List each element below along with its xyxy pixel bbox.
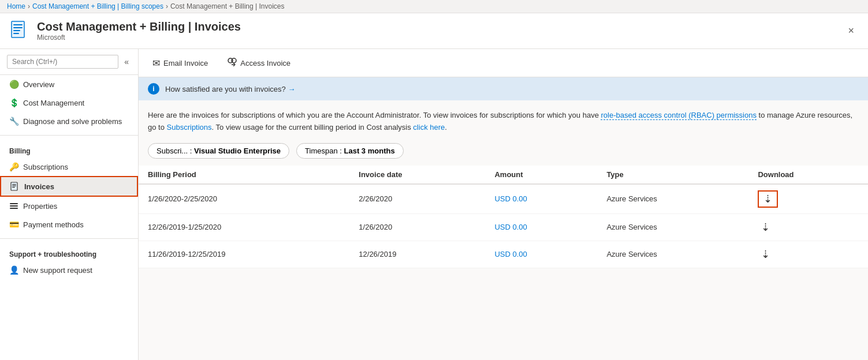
sidebar-item-label-subscriptions: Subscriptions [23,163,68,171]
sidebar-item-label-invoices: Invoices [24,182,54,191]
sidebar-item-label-diagnose: Diagnose and solve problems [23,117,122,126]
info-banner-link[interactable]: → [288,85,295,93]
close-button[interactable]: × [843,22,859,39]
svg-rect-10 [10,205,18,207]
invoice-table-container: Billing Period Invoice date Amount Type … [139,166,868,268]
svg-rect-3 [13,30,20,31]
breadcrumb-sep-2: › [166,2,168,10]
sidebar-item-subscriptions[interactable]: 🔑 Subscriptions [0,158,138,176]
support-request-icon: 👤 [9,265,18,275]
invoice-table-header-row: Billing Period Invoice date Amount Type … [139,166,868,184]
page-title: Cost Management + Billing | Invoices [37,20,241,33]
page-subtitle: Microsoft [37,33,241,42]
timespan-filter-value: Last 3 months [344,147,395,155]
amount-1: USD 0.00 [485,184,597,214]
svg-rect-6 [12,184,16,185]
subscriptions-link[interactable]: Subscriptions [167,123,212,132]
description: Here are the invoices for subscriptions … [139,100,868,143]
subscription-filter-label: Subscri... [157,147,188,155]
sidebar-item-overview[interactable]: 🟢 Overview [0,75,138,93]
col-amount: Amount [485,166,597,184]
amount-link-2[interactable]: USD 0.00 [494,223,527,231]
breadcrumb: Home › Cost Management + Billing | Billi… [0,0,868,13]
svg-rect-9 [10,203,18,204]
search-input[interactable] [7,55,118,69]
sidebar-item-diagnose[interactable]: 🔧 Diagnose and solve problems [0,112,138,130]
amount-link-3[interactable]: USD 0.00 [494,250,527,258]
download-button-2[interactable]: ⇣ [758,220,773,235]
download-2: ⇣ [748,213,868,241]
download-button-1[interactable]: ⇣ [758,190,778,208]
support-section-label: Support + troubleshooting [0,243,138,261]
subscriptions-icon: 🔑 [9,162,18,171]
main-layout: « 🟢 Overview 💲 Cost Management 🔧 Diagnos… [0,49,868,360]
amount-3: USD 0.00 [485,241,597,268]
payment-methods-icon: 💳 [9,220,18,229]
svg-rect-7 [12,186,16,186]
invoice-date-3: 12/26/2019 [349,241,485,268]
type-1: Azure Services [597,184,748,214]
invoice-table-header: Billing Period Invoice date Amount Type … [139,166,868,184]
desc-text-before: Here are the invoices for subscriptions … [148,111,601,119]
access-invoice-label: Access Invoice [240,59,290,68]
sidebar: « 🟢 Overview 💲 Cost Management 🔧 Diagnos… [0,49,139,360]
type-2: Azure Services [597,213,748,241]
page-header: Cost Management + Billing | Invoices Mic… [0,13,868,49]
sidebar-item-cost-management[interactable]: 💲 Cost Management [0,93,138,112]
sidebar-item-support-request[interactable]: 👤 New support request [0,261,138,279]
access-invoice-button[interactable]: Access Invoice [222,55,295,71]
sidebar-item-label-support-request: New support request [23,266,92,275]
sidebar-divider-billing [0,135,138,136]
page-title-area: Cost Management + Billing | Invoices Mic… [37,20,241,42]
col-type: Type [597,166,748,184]
cost-management-icon: 💲 [9,98,18,107]
subscription-filter-value: Visual Studio Enterprise [194,147,281,155]
sidebar-search-area: « [0,49,138,75]
click-here-link[interactable]: click here [413,123,445,132]
timespan-filter[interactable]: Timespan : Last 3 months [296,143,404,159]
sidebar-item-label-cost-management: Cost Management [23,99,84,107]
svg-rect-2 [13,27,23,28]
sidebar-divider-support [0,238,138,239]
table-row: 12/26/2019-1/25/2020 1/26/2020 USD 0.00 … [139,213,868,241]
svg-rect-4 [13,33,19,34]
rbac-link[interactable]: role-based access control (RBAC) permiss… [601,111,756,120]
email-invoice-button[interactable]: ✉ Email Invoice [148,55,213,71]
email-invoice-icon: ✉ [152,58,160,69]
overview-icon: 🟢 [9,80,18,89]
sidebar-item-payment-methods[interactable]: 💳 Payment methods [0,215,138,234]
svg-rect-8 [12,187,15,187]
download-1: ⇣ [748,184,868,214]
billing-period-3: 11/26/2019-12/25/2019 [139,241,349,268]
info-icon: i [148,83,159,95]
svg-point-13 [232,58,236,63]
table-row: 1/26/2020-2/25/2020 2/26/2020 USD 0.00 A… [139,184,868,214]
download-button-3[interactable]: ⇣ [758,247,773,262]
content-area: ✉ Email Invoice Access Invoice i H [139,49,868,360]
breadcrumb-sep-1: › [28,2,30,10]
sidebar-item-label-properties: Properties [23,202,57,211]
email-invoice-label: Email Invoice [163,59,208,68]
invoice-date-1: 2/26/2020 [349,184,485,214]
svg-rect-0 [12,21,24,38]
amount-link-1[interactable]: USD 0.00 [494,194,527,203]
page-header-left: Cost Management + Billing | Invoices Mic… [9,20,241,42]
svg-rect-11 [10,208,18,209]
breadcrumb-billing-scopes[interactable]: Cost Management + Billing | Billing scop… [32,2,163,10]
info-banner: i How satisfied are you with invoices? → [139,77,868,100]
sidebar-item-properties[interactable]: Properties [0,197,138,215]
col-download: Download [748,166,868,184]
filters: Subscri... : Visual Studio Enterprise Ti… [139,143,868,166]
billing-section-label: Billing [0,140,138,158]
timespan-filter-label: Timespan [305,147,338,155]
breadcrumb-home[interactable]: Home [7,2,25,10]
sidebar-item-label-payment-methods: Payment methods [23,220,84,229]
col-invoice-date: Invoice date [349,166,485,184]
sidebar-collapse-button[interactable]: « [122,56,131,68]
svg-rect-5 [11,182,17,190]
invoices-icon [10,182,20,191]
download-3: ⇣ [748,241,868,268]
subscription-filter[interactable]: Subscri... : Visual Studio Enterprise [148,143,289,159]
sidebar-item-invoices[interactable]: Invoices [0,176,138,197]
info-banner-text: How satisfied are you with invoices? → [165,85,295,93]
